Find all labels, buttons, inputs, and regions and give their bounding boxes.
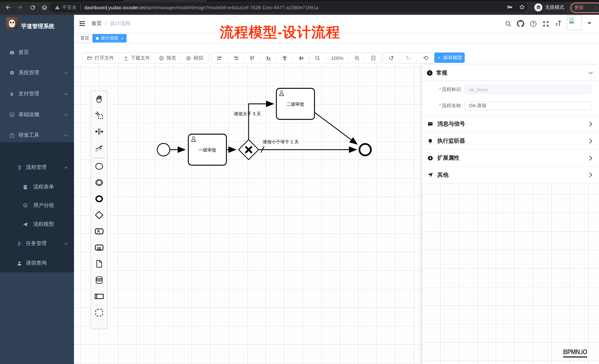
avatar-dropdown-caret-icon[interactable] bbox=[588, 22, 591, 24]
browser-update-button[interactable]: 更新 ⋮ bbox=[571, 3, 599, 13]
task-first-approval-label: 一级审批 bbox=[188, 147, 226, 153]
sidebar-item-payment[interactable]: ¥ 支付管理 bbox=[0, 85, 74, 103]
create-gateway[interactable] bbox=[91, 207, 107, 223]
global-connect-tool[interactable] bbox=[91, 140, 107, 156]
create-data-store[interactable] bbox=[91, 272, 107, 288]
create-user-task[interactable] bbox=[91, 223, 107, 239]
sidebar-item-process-form[interactable]: 流程表单 bbox=[0, 178, 74, 196]
open-file-button[interactable]: 打开文件 bbox=[82, 53, 119, 63]
sidebar-item-system[interactable]: 系统管理 bbox=[0, 64, 74, 82]
redo-icon: ↻ bbox=[406, 55, 411, 61]
sidebar-item-process-model[interactable]: 流程模型 bbox=[0, 215, 74, 234]
required-asterisk: * bbox=[439, 86, 441, 92]
fullscreen-icon[interactable] bbox=[542, 20, 550, 28]
create-group[interactable] bbox=[91, 305, 107, 321]
tab-home[interactable]: 首页 bbox=[77, 34, 92, 42]
align-top-button[interactable] bbox=[244, 53, 260, 63]
sidebar-item-infrastructure[interactable]: 基础设施 bbox=[0, 105, 74, 124]
folder-open-icon bbox=[87, 55, 92, 61]
tab-design-process[interactable]: 设计流程 × bbox=[92, 34, 127, 42]
zoom-out-button[interactable] bbox=[309, 53, 326, 63]
create-intermediate-event[interactable] bbox=[91, 174, 107, 191]
preview-button[interactable]: 预览 bbox=[155, 53, 181, 63]
open-file-label: 打开文件 bbox=[95, 55, 114, 61]
bookmark-star-icon[interactable] bbox=[519, 4, 525, 12]
bpmn-io-watermark[interactable]: BPMN.iO bbox=[563, 348, 587, 358]
lasso-tool[interactable] bbox=[91, 107, 107, 123]
browser-home-button[interactable] bbox=[40, 3, 49, 12]
font-size-icon[interactable] bbox=[554, 20, 562, 28]
sidebar-item-user-group[interactable]: 用户分组 bbox=[0, 196, 74, 215]
panel-section-other[interactable]: 其他 bbox=[422, 166, 599, 183]
chevron-right-icon bbox=[589, 155, 592, 161]
sidebar-item-label: 支付管理 bbox=[18, 91, 64, 97]
align-right-button[interactable] bbox=[228, 53, 244, 63]
close-tab-icon[interactable]: × bbox=[121, 36, 123, 41]
create-start-event[interactable] bbox=[91, 158, 107, 174]
sidebar-item-label: 首页 bbox=[18, 49, 74, 56]
start-event[interactable] bbox=[157, 143, 170, 156]
sidebar-collapse-button[interactable] bbox=[79, 20, 86, 27]
chevron-down-icon bbox=[64, 242, 68, 245]
user-avatar[interactable] bbox=[567, 16, 581, 30]
sidebar-item-label: 流程模型 bbox=[33, 221, 74, 228]
zoom-reset-button[interactable] bbox=[365, 53, 381, 63]
create-subprocess[interactable] bbox=[91, 239, 107, 256]
tab-label: 首页 bbox=[80, 35, 89, 41]
panel-section-messages[interactable]: 消息与信号 bbox=[422, 115, 599, 132]
download-file-button[interactable]: 下载文件 bbox=[119, 53, 155, 63]
process-key-input[interactable] bbox=[465, 85, 591, 94]
panel-section-listeners[interactable]: 执行监听器 bbox=[422, 132, 599, 149]
hand-tool[interactable] bbox=[91, 91, 107, 107]
app-logo-avatar bbox=[6, 17, 18, 29]
download-icon bbox=[123, 55, 129, 61]
incognito-badge[interactable]: 无痕模式 bbox=[533, 2, 569, 13]
create-end-event[interactable] bbox=[91, 191, 107, 207]
bpmn-canvas[interactable]: 一级审批 二级审批 请假大于 3 天 请假小于等于 1 天 bbox=[74, 65, 422, 364]
panel-general-header[interactable]: i 常规 bbox=[422, 65, 599, 81]
align-left-button[interactable] bbox=[212, 53, 228, 63]
create-data-object[interactable] bbox=[91, 256, 107, 272]
browser-reload-button[interactable] bbox=[28, 3, 37, 12]
flow-gateway-to-task2[interactable] bbox=[249, 104, 273, 140]
sidebar-item-task-management[interactable]: 任务管理 bbox=[0, 234, 74, 253]
simulate-label: 模拟 bbox=[194, 55, 203, 61]
zoom-in-button[interactable] bbox=[349, 53, 365, 63]
header-search-icon[interactable] bbox=[504, 20, 512, 28]
browser-active-tab[interactable] bbox=[122, 0, 207, 2]
url-host: dashboard.yudao.iocoder.cn bbox=[84, 5, 145, 10]
align-center-vertical-icon bbox=[298, 55, 304, 61]
breadcrumb-home[interactable]: 首页 bbox=[91, 20, 102, 27]
zoom-level[interactable]: 100% bbox=[326, 53, 349, 63]
undo-button[interactable]: ↺ bbox=[383, 53, 400, 63]
align-bottom-button[interactable] bbox=[260, 53, 277, 63]
space-tool[interactable] bbox=[91, 123, 107, 140]
process-name-input[interactable] bbox=[465, 101, 591, 110]
sidebar-item-process-management[interactable]: 流程管理 bbox=[0, 158, 74, 177]
save-model-button[interactable]: ＋ 保存模型 bbox=[434, 52, 465, 63]
simulate-button[interactable]: 模拟 bbox=[181, 53, 208, 63]
sidebar-item-dev-tools[interactable]: 研发工具 bbox=[0, 126, 74, 144]
browser-forward-button[interactable] bbox=[16, 3, 24, 12]
github-icon[interactable] bbox=[517, 20, 525, 28]
plus-icon: ＋ bbox=[437, 54, 441, 61]
browser-back-button[interactable] bbox=[4, 3, 13, 12]
sidebar-item-leave-query[interactable]: 请假查询 bbox=[0, 254, 74, 272]
browser-menu-dots-icon[interactable]: ⋮ bbox=[594, 5, 599, 10]
undo-icon: ↺ bbox=[389, 55, 394, 61]
sidebar-item-home[interactable]: 首页 bbox=[0, 43, 74, 62]
chevron-down-icon bbox=[64, 113, 68, 116]
align-center-horizontal-button[interactable] bbox=[277, 53, 293, 63]
restart-button[interactable]: ⟲ bbox=[417, 53, 434, 63]
password-key-icon[interactable] bbox=[506, 4, 513, 12]
end-event[interactable] bbox=[360, 144, 371, 155]
help-icon[interactable] bbox=[529, 20, 537, 28]
preview-eye-icon bbox=[159, 55, 164, 61]
panel-section-extended-properties[interactable]: 扩展属性 bbox=[422, 149, 599, 166]
url-bar[interactable]: 不安全 dashboard.yudao.iocoder.cn/bpm/manag… bbox=[50, 3, 528, 12]
create-participant[interactable] bbox=[91, 288, 107, 305]
flow-task2-to-end[interactable] bbox=[315, 112, 357, 144]
sidebar-logo-row[interactable]: 芋道管理系统 bbox=[0, 15, 74, 38]
align-center-vertical-button[interactable] bbox=[293, 53, 309, 63]
redo-button[interactable]: ↻ bbox=[400, 53, 417, 63]
